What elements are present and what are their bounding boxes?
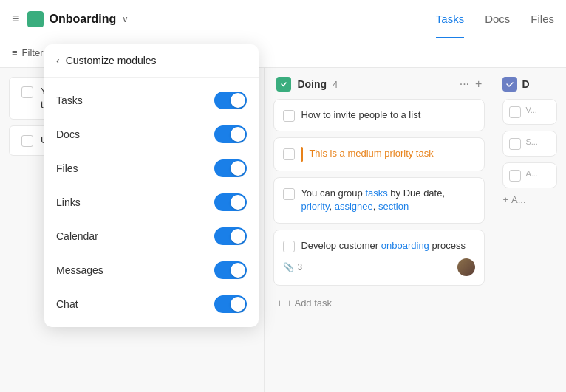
done-task-stub[interactable]: S... [502,131,557,157]
svg-rect-0 [279,80,288,89]
module-chat-item[interactable]: Chat [44,287,259,321]
dropdown-title: Customize modules [66,55,157,66]
chevron-down-icon: ∨ [122,14,129,24]
task-card-inner: How to invite people to a list [283,109,475,122]
project-title: Onboarding [50,13,117,26]
module-links-toggle[interactable] [214,193,247,211]
task-text-develop: Develop customer onboarding process [301,239,466,252]
done-stub-inner: V... [509,106,550,118]
filter-label: Filter [22,47,44,58]
customize-modules-dropdown: ‹ Customize modules Tasks Docs Files Lin… [44,44,259,327]
header-tabs: Tasks Docs Files [436,10,554,28]
tab-tasks[interactable]: Tasks [436,10,464,28]
doing-add-icon[interactable]: + [475,78,482,91]
module-docs-item[interactable]: Docs [44,117,259,151]
module-docs-toggle[interactable] [214,125,247,143]
attachment-icon: 📎 [283,262,294,272]
done-add-label: A... [511,194,526,205]
doing-column-count: 4 [333,79,338,90]
task-footer: 📎 3 [283,258,475,276]
add-task-label: + Add task [287,298,332,309]
done-stub-inner: S... [509,137,550,150]
task-checkbox[interactable] [21,135,33,147]
done-checkbox[interactable] [509,138,521,150]
filter-icon: ≡ [12,47,18,58]
task-checkbox[interactable] [283,241,295,252]
module-tasks-item[interactable]: Tasks [44,83,259,117]
module-calendar-item[interactable]: Calendar [44,219,259,253]
dropdown-back-button[interactable]: ‹ Customize modules [44,44,259,78]
doing-column-actions: ··· + [460,78,483,91]
priority-bar [301,147,303,162]
attachment-info: 📎 3 [283,262,302,272]
module-calendar-label: Calendar [56,230,98,242]
filter-button[interactable]: ≡ Filter [12,47,43,58]
task-text-invite: How to invite people to a list [301,109,420,122]
task-checkbox[interactable] [21,86,33,98]
attachment-count: 3 [297,262,302,272]
done-text-stub: V... [525,106,537,114]
doing-column-icon [276,77,291,92]
header-left: ≡ Onboarding ∨ [12,11,436,27]
done-task-stub[interactable]: V... [502,99,557,125]
project-color-dot [27,11,44,27]
task-card-priority[interactable]: This is a medium priority task [273,137,485,171]
done-text-stub: A... [525,169,538,178]
doing-column-header: Doing 4 ··· + [273,77,485,92]
doing-column-title: Doing [297,78,327,90]
done-column-icon [502,77,517,92]
add-task-icon: + [276,298,282,309]
tab-docs[interactable]: Docs [485,10,510,28]
done-column-title: D [522,78,529,90]
task-text-priority: This is a medium priority task [309,147,433,160]
module-links-item[interactable]: Links [44,185,259,219]
module-tasks-toggle[interactable] [214,92,247,109]
doing-more-icon[interactable]: ··· [460,78,469,91]
module-messages-label: Messages [56,264,103,276]
hamburger-icon[interactable]: ≡ [12,11,20,27]
task-card-invite[interactable]: How to invite people to a list [273,99,485,131]
module-calendar-toggle[interactable] [214,227,247,245]
app-header: ≡ Onboarding ∨ Tasks Docs Files [0,0,566,38]
module-files-label: Files [56,162,78,174]
done-column: D V... S... A... + A... [494,68,566,392]
task-checkbox[interactable] [283,110,295,122]
done-column-header: D [502,77,557,92]
add-task-button[interactable]: + + Add task [273,292,485,314]
task-card-develop[interactable]: Develop customer onboarding process 📎 3 [273,230,485,286]
task-checkbox[interactable] [283,148,295,160]
project-name-button[interactable]: Onboarding ∨ [27,11,129,27]
doing-column: Doing 4 ··· + How to invite people to a … [265,68,494,392]
done-add-icon: + [502,194,508,205]
module-files-item[interactable]: Files [44,151,259,185]
module-links-label: Links [56,196,81,208]
module-tasks-label: Tasks [56,94,83,106]
module-files-toggle[interactable] [214,159,247,177]
user-avatar [457,258,475,276]
module-chat-toggle[interactable] [214,295,247,313]
module-docs-label: Docs [56,128,80,140]
back-icon: ‹ [56,55,60,66]
done-checkbox[interactable] [509,170,521,182]
done-task-stub[interactable]: A... [502,162,557,188]
done-add-button[interactable]: + A... [502,194,557,205]
task-checkbox[interactable] [283,188,295,200]
module-chat-label: Chat [56,298,78,310]
task-text-group: You can group tasks by Due date, priorit… [301,187,475,213]
done-checkbox[interactable] [509,106,521,118]
module-messages-toggle[interactable] [214,261,247,279]
tab-files[interactable]: Files [531,10,554,28]
modules-list: Tasks Docs Files Links Calendar Messages… [44,78,259,327]
task-card-inner: You can group tasks by Due date, priorit… [283,187,475,213]
done-stub-inner: A... [509,169,550,182]
module-messages-item[interactable]: Messages [44,253,259,287]
task-card-group[interactable]: You can group tasks by Due date, priorit… [273,177,485,223]
task-card-inner: This is a medium priority task [283,147,475,162]
done-text-stub: S... [525,137,538,146]
task-card-inner: Develop customer onboarding process [283,239,475,252]
